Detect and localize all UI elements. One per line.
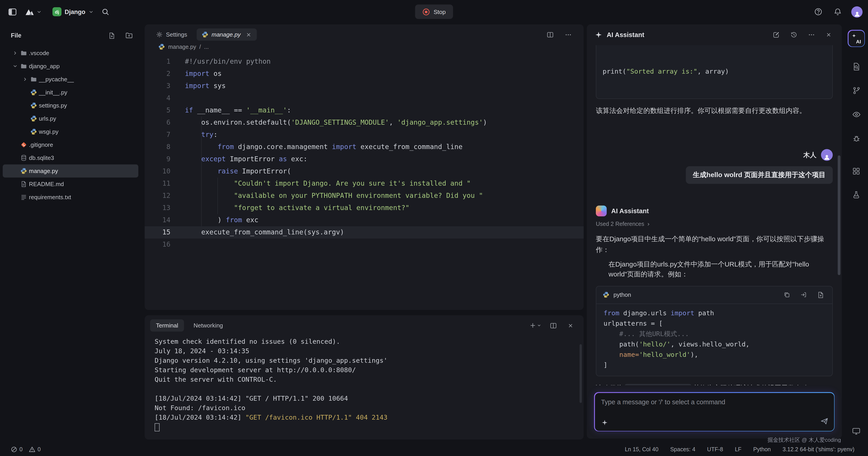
line-number[interactable]: 9 (145, 153, 170, 165)
code-line[interactable]: 10 raise ImportError( (145, 165, 584, 177)
new-folder-button[interactable] (123, 30, 135, 41)
tests-button[interactable] (850, 189, 862, 201)
line-number[interactable]: 11 (145, 177, 170, 190)
notifications-button[interactable] (832, 6, 844, 18)
remote-workspace-button[interactable] (850, 425, 862, 437)
line-number[interactable]: 2 (145, 68, 170, 80)
code-line[interactable]: 16 (145, 238, 584, 251)
file-tree-item-vscode[interactable]: .vscode (3, 46, 138, 60)
line-number[interactable]: 1 (145, 56, 170, 68)
line-number[interactable]: 4 (145, 92, 170, 104)
code-line[interactable]: 4 (145, 92, 584, 104)
file-tree-item-manage-py[interactable]: manage.py (3, 164, 138, 177)
breadcrumb-more[interactable]: ... (204, 43, 209, 50)
code-line[interactable]: 13 "forget to activate a virtual environ… (145, 202, 584, 214)
status-item[interactable]: Ln 15, Col 40 (625, 446, 658, 452)
editor-more-button[interactable] (563, 29, 574, 40)
line-number[interactable]: 5 (145, 104, 170, 117)
warning-counter[interactable]: 0 (29, 446, 41, 452)
split-editor-button[interactable] (545, 29, 556, 40)
close-terminal-button[interactable] (565, 321, 576, 330)
close-tab-icon[interactable] (246, 31, 252, 38)
error-counter[interactable]: 0 (11, 446, 23, 452)
status-item[interactable]: 3.12.2 64-bit ('shims': pyenv) (782, 446, 855, 452)
line-number[interactable]: 15 (145, 226, 170, 238)
file-tree-item-urls-py[interactable]: urls.py (3, 112, 138, 125)
references-link[interactable]: Used 2 References (596, 221, 833, 227)
file-tree-item-settings-py[interactable]: settings.py (3, 99, 138, 112)
new-chat-button[interactable] (771, 29, 782, 40)
new-terminal-button[interactable] (529, 322, 541, 329)
stop-button[interactable]: Stop (415, 4, 453, 19)
status-item[interactable]: UTF-8 (707, 446, 723, 452)
code-line[interactable]: 12 "available on your PYTHONPATH environ… (145, 190, 584, 202)
file-tree-item-gitignore[interactable]: .gitignore (3, 138, 138, 151)
line-number[interactable]: 8 (145, 141, 170, 153)
search-button[interactable] (100, 6, 111, 18)
code-line[interactable]: 15 execute_from_command_line(sys.argv) (145, 226, 584, 238)
help-button[interactable] (812, 6, 824, 18)
chat-history-button[interactable] (788, 29, 799, 40)
breadcrumb[interactable]: manage.py / ... (145, 42, 584, 52)
status-item[interactable]: Python (753, 446, 771, 452)
code-line[interactable]: 8 from django.core.management import exe… (145, 141, 584, 153)
problem-counters[interactable]: 0 0 (11, 446, 41, 452)
sparkle-icon[interactable] (601, 419, 608, 426)
file-tree-item-db-sqlite3[interactable]: db.sqlite3 (3, 151, 138, 164)
code-line[interactable]: 5if __name__ == '__main__': (145, 104, 584, 117)
code-line[interactable]: 14 ) from exc (145, 214, 584, 226)
chevron-down-icon[interactable] (11, 64, 19, 69)
tab-manage-py[interactable]: manage.py (197, 28, 257, 41)
chat-scroll-area[interactable]: print("Sorted array is:", array) 该算法会对给定… (587, 45, 842, 385)
file-tree-item-init-py[interactable]: __init__.py (3, 86, 138, 99)
line-number[interactable]: 14 (145, 214, 170, 226)
line-number[interactable]: 12 (145, 190, 170, 202)
code-line[interactable]: 2import os (145, 68, 584, 80)
status-item[interactable]: Spaces: 4 (670, 446, 695, 452)
terminal-output[interactable]: System check identified no issues (0 sil… (145, 333, 584, 432)
user-avatar-button[interactable] (851, 6, 863, 18)
vcs-button[interactable] (850, 85, 862, 97)
file-tree-item-pycache[interactable]: __pycache__ (3, 73, 138, 86)
file-tree-item-django-app[interactable]: django_app (3, 60, 138, 73)
chevron-right-icon[interactable] (11, 51, 19, 56)
line-number[interactable]: 6 (145, 117, 170, 129)
scrollbar-thumb[interactable] (580, 344, 582, 403)
tab-networking[interactable]: Networking (188, 319, 229, 331)
code-line[interactable]: 1#!/usr/bin/env python (145, 56, 584, 68)
workspace-selector[interactable]: dj Django (53, 7, 94, 16)
scrollbar-thumb[interactable] (838, 155, 840, 275)
line-number[interactable]: 7 (145, 129, 170, 141)
insert-code-button[interactable] (798, 290, 809, 300)
file-tree-item-requirements-txt[interactable]: requirements.txt (3, 191, 138, 204)
line-number[interactable]: 13 (145, 202, 170, 214)
tab-terminal[interactable]: Terminal (150, 319, 184, 331)
chat-input[interactable]: Type a message or '/' to select a comman… (595, 393, 834, 431)
send-button[interactable] (820, 417, 829, 425)
code-line[interactable]: 11 "Couldn't import Django. Are you sure… (145, 177, 584, 190)
code-line[interactable]: 6 os.environ.setdefault('DJANGO_SETTINGS… (145, 117, 584, 129)
widgets-button[interactable] (850, 165, 862, 177)
app-menu-button[interactable] (25, 8, 41, 15)
line-number[interactable]: 16 (145, 238, 170, 251)
preview-button[interactable] (850, 108, 862, 121)
code-line[interactable]: 7 try: (145, 129, 584, 141)
code-line[interactable]: 9 except ImportError as exc: (145, 153, 584, 165)
sidebar-toggle-button[interactable] (6, 6, 19, 18)
ai-more-button[interactable] (806, 29, 817, 40)
status-item[interactable]: LF (735, 446, 741, 452)
create-file-button[interactable] (815, 290, 826, 300)
ai-assistant-button[interactable]: AI (848, 30, 865, 47)
code-area[interactable]: 1#!/usr/bin/env python2import os3import … (145, 52, 584, 251)
file-search-button[interactable] (850, 61, 862, 73)
split-terminal-button[interactable] (548, 320, 559, 331)
file-tree-item-readme-md[interactable]: README.md (3, 177, 138, 191)
tab-settings[interactable]: Settings (151, 28, 192, 41)
line-number[interactable]: 3 (145, 80, 170, 92)
file-tree-item-wsgi-py[interactable]: wsgi.py (3, 125, 138, 138)
ai-close-button[interactable] (824, 29, 834, 40)
code-line[interactable]: 3import sys (145, 80, 584, 92)
line-number[interactable]: 10 (145, 165, 170, 177)
new-file-button[interactable] (106, 30, 117, 41)
copy-code-button[interactable] (782, 290, 792, 300)
